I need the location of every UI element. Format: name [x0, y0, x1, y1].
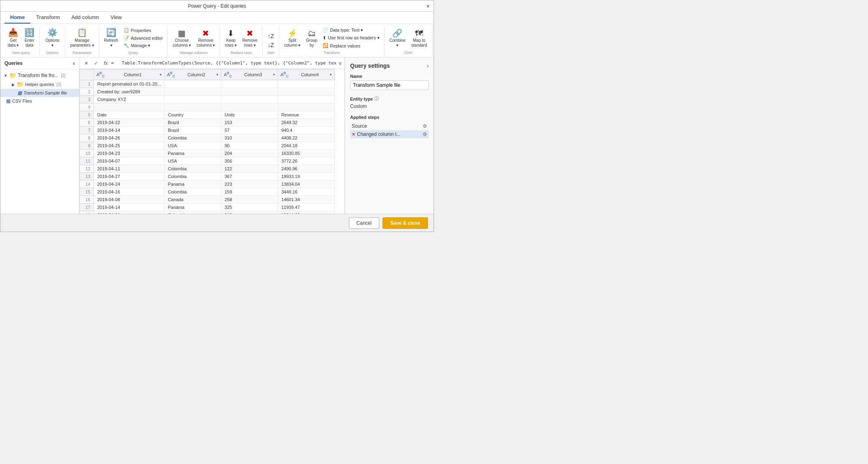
row-12-col3[interactable]: 122	[221, 165, 278, 172]
row-1-col2[interactable]	[165, 80, 221, 88]
row-2-col1[interactable]: Created by: user9284	[94, 88, 165, 95]
tree-item-transform-sample[interactable]: ▦ Transform Sample file	[0, 89, 79, 97]
tab-home[interactable]: Home	[4, 12, 30, 24]
col3-dropdown[interactable]: ▾	[273, 73, 275, 77]
row-6-col3[interactable]: 153	[221, 118, 278, 126]
split-column-button[interactable]: ⚡ Split column ▾	[282, 27, 303, 49]
row-16-col2[interactable]: Canada	[165, 195, 221, 203]
step-changed-column-gear[interactable]: ⚙	[423, 131, 427, 137]
row-10-col2[interactable]: Panama	[165, 149, 221, 157]
row-10-col4[interactable]: 16330.85	[278, 149, 335, 157]
row-14-col3[interactable]: 223	[221, 180, 278, 188]
use-first-row-button[interactable]: ⬆ Use first row as headers ▾	[321, 34, 382, 41]
row-15-col4[interactable]: 3448.16	[278, 188, 335, 195]
tab-view[interactable]: View	[105, 12, 128, 24]
advanced-editor-button[interactable]: 📝 Advanced editor	[122, 34, 165, 41]
row-1-col3[interactable]	[221, 80, 278, 88]
row-5-col3[interactable]: Units	[221, 111, 278, 118]
row-18-col3[interactable]: 349	[221, 211, 278, 214]
remove-columns-button[interactable]: ✖ Remove columns ▾	[194, 27, 217, 49]
properties-button[interactable]: 📋 Properties	[122, 27, 165, 34]
group-by-button[interactable]: 🗂 Group by	[304, 28, 320, 49]
row-3-col1[interactable]: Company XYZ	[94, 95, 165, 103]
row-14-col1[interactable]: 2019-04-24	[94, 180, 165, 188]
entity-type-info-icon[interactable]: ⓘ	[374, 96, 379, 102]
row-13-col4[interactable]: 19933.19	[278, 172, 335, 180]
save-close-button[interactable]: Save & close	[383, 217, 428, 229]
row-5-col1[interactable]: Date	[94, 111, 165, 118]
name-input[interactable]	[350, 80, 429, 90]
row-12-col2[interactable]: Colombia	[165, 165, 221, 172]
row-10-col1[interactable]: 2019-04-23	[94, 149, 165, 157]
row-11-col1[interactable]: 2019-04-07	[94, 157, 165, 165]
col1-dropdown[interactable]: ▾	[160, 73, 162, 77]
row-4-col3[interactable]	[221, 103, 278, 111]
enter-data-button[interactable]: 🔢 Enter data	[22, 26, 37, 49]
keep-rows-button[interactable]: ⬇ Keep rows ▾	[222, 27, 239, 49]
query-settings-expand[interactable]: ›	[427, 62, 429, 69]
row-9-col3[interactable]: 90	[221, 142, 278, 149]
row-17-col3[interactable]: 325	[221, 203, 278, 211]
tab-transform[interactable]: Transform	[30, 12, 66, 24]
step-source[interactable]: Source ⚙	[350, 122, 429, 130]
row-3-col2[interactable]	[165, 95, 221, 103]
row-8-col3[interactable]: 310	[221, 134, 278, 142]
replace-values-button[interactable]: 🔁 Replace values	[321, 42, 382, 49]
formula-input[interactable]	[111, 60, 337, 66]
tree-item-helper-queries[interactable]: ▶ 📁 Helper queries [3]	[0, 80, 79, 89]
row-18-col4[interactable]: 10844.36	[278, 211, 335, 214]
row-17-col4[interactable]: 11939.47	[278, 203, 335, 211]
row-2-col4[interactable]	[278, 88, 335, 95]
step-changed-column-remove[interactable]: ✕	[352, 132, 355, 137]
manage-params-button[interactable]: 📋 Manage parameters ▾	[68, 26, 96, 49]
row-15-col3[interactable]: 159	[221, 188, 278, 195]
row-18-col1[interactable]: 2019-04-01	[94, 211, 165, 214]
remove-rows-button[interactable]: ✖ Remove rows ▾	[240, 27, 260, 49]
row-11-col3[interactable]: 356	[221, 157, 278, 165]
row-10-col3[interactable]: 204	[221, 149, 278, 157]
row-13-col2[interactable]: Colombia	[165, 172, 221, 180]
row-15-col1[interactable]: 2019-04-16	[94, 188, 165, 195]
close-button[interactable]: ×	[422, 0, 434, 12]
row-7-col2[interactable]: Brazil	[165, 126, 221, 134]
row-5-col2[interactable]: Country	[165, 111, 221, 118]
row-16-col3[interactable]: 258	[221, 195, 278, 203]
row-2-col3[interactable]	[221, 88, 278, 95]
row-6-col4[interactable]: 2649.32	[278, 118, 335, 126]
row-2-col2[interactable]	[165, 88, 221, 95]
col2-dropdown[interactable]: ▾	[216, 73, 218, 77]
row-7-col3[interactable]: 57	[221, 126, 278, 134]
cancel-button[interactable]: Cancel	[349, 217, 379, 229]
row-3-col4[interactable]	[278, 95, 335, 103]
sort-desc-button[interactable]: ↓Z	[265, 41, 276, 49]
row-1-col1[interactable]: Report generated on 01-01-20...	[94, 80, 165, 88]
row-11-col2[interactable]: USA	[165, 157, 221, 165]
row-9-col1[interactable]: 2019-04-25	[94, 142, 165, 149]
row-13-col3[interactable]: 367	[221, 172, 278, 180]
get-data-button[interactable]: 📥 Get data ▾	[5, 26, 21, 49]
row-17-col1[interactable]: 2019-04-14	[94, 203, 165, 211]
col4-dropdown[interactable]: ▾	[330, 73, 332, 77]
row-4-col1[interactable]	[94, 103, 165, 111]
sort-asc-button[interactable]: ↑Z	[265, 32, 276, 40]
row-18-col2[interactable]: Colombia	[165, 211, 221, 214]
row-7-col1[interactable]: 2019-04-14	[94, 126, 165, 134]
row-8-col2[interactable]: Colombia	[165, 134, 221, 142]
row-9-col4[interactable]: 2044.18	[278, 142, 335, 149]
formula-confirm-button[interactable]: ✓	[92, 59, 100, 68]
choose-columns-button[interactable]: ▦ Choose columns ▾	[170, 27, 193, 49]
row-12-col4[interactable]: 2490.96	[278, 165, 335, 172]
options-button[interactable]: ⚙️ Options ▾	[42, 26, 62, 49]
row-14-col2[interactable]: Panama	[165, 180, 221, 188]
tree-item-csv-files[interactable]: ▦ CSV Files	[0, 97, 79, 105]
row-4-col2[interactable]	[165, 103, 221, 111]
row-3-col3[interactable]	[221, 95, 278, 103]
row-6-col1[interactable]: 2019-04-22	[94, 118, 165, 126]
formula-cancel-button[interactable]: ✕	[82, 59, 91, 68]
row-16-col4[interactable]: 14601.34	[278, 195, 335, 203]
row-5-col4[interactable]: Revenue	[278, 111, 335, 118]
formula-expand-button[interactable]: ∨	[338, 60, 342, 66]
row-9-col2[interactable]: USA	[165, 142, 221, 149]
refresh-button[interactable]: 🔄 Refresh ▾	[102, 26, 121, 49]
data-type-button[interactable]: 📄 Data type: Text ▾	[321, 27, 382, 34]
